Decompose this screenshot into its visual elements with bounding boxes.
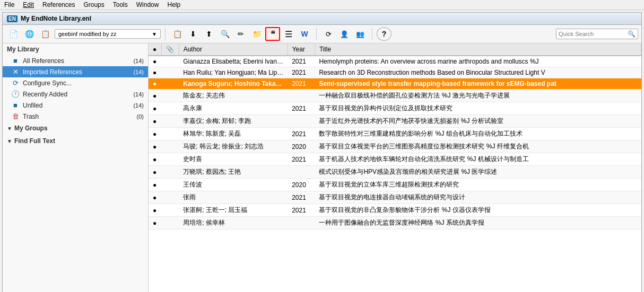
row-year: 2021 xyxy=(288,78,315,90)
row-author: 王传波 xyxy=(179,179,288,191)
collab-btn[interactable]: ⟳ xyxy=(321,27,336,41)
online-search-btn[interactable]: 📋 xyxy=(38,27,53,41)
toolbar-separator-2 xyxy=(316,28,317,40)
menu-tools[interactable]: Tools xyxy=(113,1,128,8)
find-full-text-header[interactable]: ▼ Find Full Text xyxy=(3,135,148,147)
references-pane: ● 📎 Author Year Title ● Gianazza Elisabe… xyxy=(149,43,641,292)
all-refs-icon: ■ xyxy=(11,57,20,65)
sidebar-item-trash[interactable]: 🗑 Trash (0) xyxy=(3,111,148,122)
toolbar-action-group: 📋 ⬇ ⬆ 🔍 ✏ 📁 ❝ ☰ W xyxy=(170,27,312,41)
menu-references[interactable]: References xyxy=(42,1,75,8)
col-header-dot[interactable]: ● xyxy=(149,43,161,56)
new-lib-btn[interactable]: 📄 xyxy=(6,27,21,41)
row-year xyxy=(288,115,315,128)
menu-help[interactable]: Help xyxy=(167,1,180,8)
toolbar: 📄 🌐 📋 geebinf modified by zz ▼ 📋 ⬇ ⬆ 🔍 ✏… xyxy=(3,25,641,43)
sidebar-item-all-references[interactable]: ■ All References (14) xyxy=(3,55,148,66)
row-dot: ● xyxy=(149,140,161,153)
find-btn[interactable]: 🔍 xyxy=(217,27,232,41)
row-dot: ● xyxy=(149,102,161,115)
col-header-year[interactable]: Year xyxy=(288,43,315,56)
row-title: 基于双目视觉的电连接器自动堵锡系统的研究与设计 xyxy=(315,191,641,204)
row-dot: ● xyxy=(149,179,161,191)
table-row[interactable]: ● 王传波 2020 基于双目视觉的立体车库三维超限检测技术的研究 xyxy=(149,179,641,191)
row-title: 数字散斑特性对三维重建精度的影响分析 %J 组合机床与自动化加工技术 xyxy=(315,128,641,140)
row-dot: ● xyxy=(149,90,161,102)
row-dot: ● xyxy=(149,78,161,90)
sidebar-item-unfiled[interactable]: ■ Unfiled (14) xyxy=(3,100,148,111)
row-year xyxy=(288,217,315,229)
row-dot: ● xyxy=(149,67,161,78)
table-row[interactable]: ● Gianazza Elisabetta; Eberini Ivano; ..… xyxy=(149,56,641,67)
imported-icon: ✕ xyxy=(11,68,20,76)
row-title: Semi-supervised style transfer mapping-b… xyxy=(315,78,641,90)
quick-search-input[interactable] xyxy=(559,31,628,37)
row-clip xyxy=(161,153,179,166)
new-ref-btn[interactable]: 📋 xyxy=(170,27,185,41)
toolbar-separator-1 xyxy=(165,28,166,40)
menu-file[interactable]: File xyxy=(4,1,14,8)
table-row[interactable]: ● 史时喜 2021 基于机器人技术的地铁车辆轮对自动化清洗系统研究 %J 机械… xyxy=(149,153,641,166)
row-clip xyxy=(161,179,179,191)
table-row[interactable]: ● 周培培; 侯幸林 一种用于图像融合的无监督深度神经网络 %J 系统仿真学报 xyxy=(149,217,641,229)
word-btn[interactable]: W xyxy=(297,27,312,41)
col-header-author[interactable]: Author xyxy=(179,43,288,56)
menu-bar: File Edit References Groups Tools Window… xyxy=(0,0,644,10)
import-btn[interactable]: ⬇ xyxy=(186,27,201,41)
table-row[interactable]: ● 李嘉仪; 余梅; 郑郁; 李跑 基于近红外光谱技术的不同产地茯苓快速无损鉴别… xyxy=(149,115,641,128)
table-row[interactable]: ● 高永康 2021 基于双目视觉的异构件识别定位及抓取技术研究 xyxy=(149,102,641,115)
table-row[interactable]: ● 陈金友; 关志伟 一种融合双目极线补偿的圆孔位姿检测方法 %J 激光与光电子… xyxy=(149,90,641,102)
folder-btn[interactable]: 📁 xyxy=(249,27,264,41)
col-header-title[interactable]: Title xyxy=(315,43,641,56)
quick-search-box[interactable]: 🔍 xyxy=(556,29,638,39)
clock-icon: 🕐 xyxy=(11,90,20,98)
table-row[interactable]: ● 张湛舸; 王乾一; 屈玉福 2021 基于双目视觉的非凸复杂形貌物体干涉分析… xyxy=(149,204,641,217)
row-title: 基于机器人技术的地铁车辆轮对自动化清洗系统研究 %J 机械设计与制造工 xyxy=(315,153,641,166)
table-row[interactable]: ● 马骏; 韩云龙; 徐振业; 刘志浩 2020 基于双目立体视觉平台的三维图形… xyxy=(149,140,641,153)
row-title: 基于近红外光谱技术的不同产地茯苓快速无损鉴别 %J 分析试验室 xyxy=(315,115,641,128)
my-groups-header[interactable]: ▼ My Groups xyxy=(3,122,148,135)
unfiled-icon: ■ xyxy=(11,101,20,109)
row-clip xyxy=(161,102,179,115)
group-share-btn[interactable]: 👥 xyxy=(353,27,368,41)
row-title: 基于双目视觉的立体车库三维超限检测技术的研究 xyxy=(315,179,641,191)
library-name: geebinf modified by zz xyxy=(58,31,116,37)
main-window: EN My EndNote Library.enl 📄 🌐 📋 geebinf … xyxy=(2,12,642,292)
sidebar-item-imported[interactable]: ✕ Imported References (14) xyxy=(3,66,148,77)
table-row[interactable]: ● 张雨 2021 基于双目视觉的电连接器自动堵锡系统的研究与设计 xyxy=(149,191,641,204)
row-clip xyxy=(161,217,179,229)
edit-ref-btn[interactable]: ✏ xyxy=(233,27,248,41)
row-clip xyxy=(161,166,179,179)
menu-groups[interactable]: Groups xyxy=(83,1,104,8)
row-dot: ● xyxy=(149,204,161,217)
export-btn[interactable]: ⬆ xyxy=(202,27,216,41)
menu-edit[interactable]: Edit xyxy=(23,1,34,8)
toolbar-share-group: ⟳ 👤 👥 xyxy=(321,27,368,41)
references-table: ● 📎 Author Year Title ● Gianazza Elisabe… xyxy=(149,43,641,229)
library-dropdown[interactable]: geebinf modified by zz ▼ xyxy=(55,29,161,39)
dropdown-arrow-icon: ▼ xyxy=(152,31,157,37)
menu-window[interactable]: Window xyxy=(136,1,159,8)
row-title: Research on 3D Reconstruction methods Ba… xyxy=(315,67,641,78)
help-btn[interactable]: ? xyxy=(377,27,391,41)
col-header-clip[interactable]: 📎 xyxy=(161,43,179,56)
my-library-header: My Library xyxy=(3,43,148,55)
row-dot: ● xyxy=(149,128,161,140)
row-author: 李嘉仪; 余梅; 郑郁; 李跑 xyxy=(179,115,288,128)
row-author: Kanoga Suguru; Hoshino Takayuki;... xyxy=(179,78,288,90)
table-row[interactable]: ● 万晓琪; 蔡园杰; 王艳 模式识别受体与HPV感染及宫颈癌的相关研究进展 %… xyxy=(149,166,641,179)
row-author: 马骏; 韩云龙; 徐振业; 刘志浩 xyxy=(179,140,288,153)
cite-btn[interactable]: ❝ xyxy=(265,27,280,41)
title-bar: EN My EndNote Library.enl xyxy=(3,13,641,25)
row-year: 2021 xyxy=(288,204,315,217)
table-row[interactable]: ● Han Ruilu; Yan Hongjuan; Ma Liping 202… xyxy=(149,67,641,78)
search-icon[interactable]: 🔍 xyxy=(628,30,636,38)
sidebar-item-configure-sync[interactable]: ⟳ Configure Sync... xyxy=(3,77,148,89)
table-row[interactable]: ● Kanoga Suguru; Hoshino Takayuki;... 20… xyxy=(149,78,641,90)
web-btn[interactable]: 🌐 xyxy=(22,27,37,41)
format-btn[interactable]: ☰ xyxy=(281,27,296,41)
row-author: 万晓琪; 蔡园杰; 王艳 xyxy=(179,166,288,179)
share-btn[interactable]: 👤 xyxy=(337,27,352,41)
table-row[interactable]: ● 林旭华; 陈新度; 吴磊 2021 数字散斑特性对三维重建精度的影响分析 %… xyxy=(149,128,641,140)
sidebar-item-recently-added[interactable]: 🕐 Recently Added (14) xyxy=(3,89,148,100)
